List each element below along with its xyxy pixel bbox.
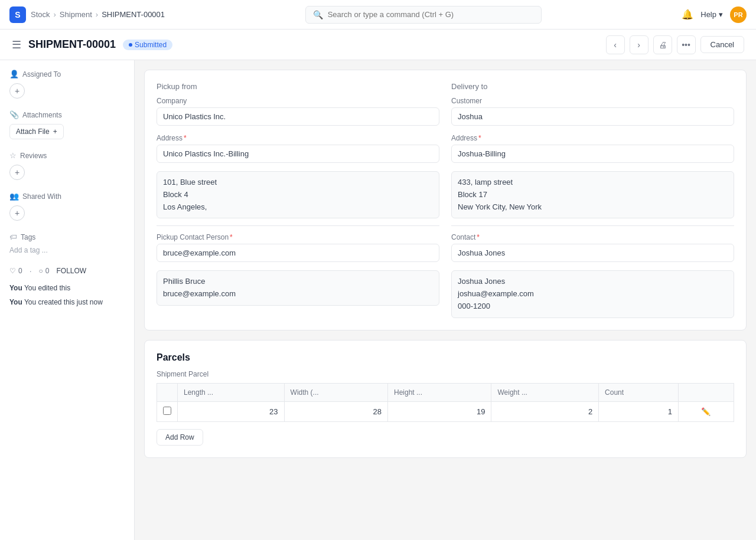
user-icon: 👤 — [9, 70, 19, 78]
delivery-address-detail: 433, lamp streetBlock 17New York City, N… — [451, 171, 734, 218]
shared-with-title: 👥 Shared With — [9, 192, 125, 201]
help-button[interactable]: Help ▾ — [700, 10, 723, 19]
attach-file-label: Attach File — [16, 127, 50, 136]
attachments-label: Attachments — [22, 111, 62, 119]
page-title: SHIPMENT-00001 — [28, 38, 116, 51]
pickup-contact-label: Pickup Contact Person * — [157, 233, 439, 241]
paperclip-icon: 📎 — [9, 110, 19, 119]
col-count: Count — [599, 383, 679, 401]
pickup-contact-detail: Phillis Brucebruce@example.com — [157, 270, 439, 306]
status-label: Submitted — [135, 41, 167, 49]
shared-with-section: 👥 Shared With + — [9, 192, 125, 221]
activity-item-2: You You created this just now — [9, 297, 125, 307]
cell-length: 23 — [178, 401, 285, 421]
tags-label: Tags — [21, 233, 35, 241]
delivery-contact-label: Contact * — [451, 233, 734, 241]
cell-height: 19 — [388, 401, 491, 421]
chevron-down-icon: ▾ — [719, 10, 723, 19]
assigned-to-section: 👤 Assigned To + — [9, 70, 125, 99]
comments-stat: ○ 0 — [39, 267, 50, 275]
layout: 👤 Assigned To + 📎 Attachments Attach Fil… — [0, 60, 756, 540]
stat-separator: · — [30, 266, 32, 276]
row-checkbox[interactable] — [163, 407, 171, 415]
add-shared-button[interactable]: + — [9, 205, 25, 221]
nav-left: S Stock › Shipment › SHIPMENT-00001 — [9, 6, 165, 23]
add-assigned-button[interactable]: + — [9, 83, 25, 99]
pickup-contact-input[interactable] — [157, 244, 439, 262]
header-left: ☰ SHIPMENT-00001 Submitted — [12, 38, 172, 51]
sep2: › — [96, 10, 98, 19]
attachments-title: 📎 Attachments — [9, 110, 125, 119]
notifications-button[interactable]: 🔔 — [682, 9, 693, 20]
likes-stat: ♡ 0 — [9, 267, 22, 275]
activity-section: You You edited this You You created this… — [9, 283, 125, 307]
hamburger-icon[interactable]: ☰ — [12, 38, 21, 51]
status-dot — [129, 43, 132, 47]
help-label: Help — [700, 10, 716, 19]
assigned-to-title: 👤 Assigned To — [9, 70, 125, 78]
search-icon: 🔍 — [313, 10, 323, 19]
main-content: Pickup from Company Address * — [135, 60, 756, 540]
parcels-title: Parcels — [157, 352, 734, 363]
activity-item-1: You You edited this — [9, 283, 125, 293]
delivery-company-input[interactable] — [451, 107, 734, 126]
col-height: Height ... — [388, 383, 491, 401]
edit-row-icon[interactable]: ✏️ — [701, 407, 711, 416]
cell-count: 1 — [599, 401, 679, 421]
cell-edit: ✏️ — [678, 401, 734, 421]
delivery-address-input[interactable] — [451, 145, 734, 163]
search-bar[interactable]: 🔍 — [305, 6, 542, 24]
heart-icon: ♡ — [9, 267, 16, 275]
add-row-button[interactable]: Add Row — [157, 429, 203, 446]
follow-button[interactable]: FOLLOW — [57, 267, 87, 275]
delivery-contact-input[interactable] — [451, 244, 734, 262]
delivery-address-label: Address * — [451, 134, 734, 142]
breadcrumb-current: SHIPMENT-00001 — [102, 10, 165, 19]
breadcrumb-stock[interactable]: Stock — [31, 10, 50, 19]
attach-file-button[interactable]: Attach File + — [9, 124, 64, 139]
pickup-company-field: Company — [157, 97, 439, 126]
header-right: ‹ › 🖨 ••• Cancel — [606, 35, 744, 54]
next-button[interactable]: › — [630, 35, 649, 54]
star-icon: ☆ — [9, 151, 17, 160]
search-input[interactable] — [328, 10, 534, 19]
delivery-section: Delivery to Customer Address * — [451, 82, 734, 318]
print-button[interactable]: 🖨 — [653, 35, 672, 54]
tag-hint[interactable]: Add a tag ... — [9, 246, 125, 254]
table-row: 23 28 19 2 1 ✏️ — [157, 401, 734, 421]
avatar[interactable]: PR — [730, 6, 747, 23]
shared-with-label: Shared With — [22, 192, 61, 201]
add-review-button[interactable]: + — [9, 165, 25, 180]
cell-width: 28 — [284, 401, 387, 421]
pickup-address-input[interactable] — [157, 145, 439, 163]
pickup-address-field: Address * — [157, 134, 439, 163]
parcels-card: Parcels Shipment Parcel Length ... Width… — [144, 340, 747, 458]
more-options-button[interactable]: ••• — [677, 35, 696, 54]
address-card-body: Pickup from Company Address * — [145, 70, 746, 330]
assigned-to-label: Assigned To — [22, 70, 61, 78]
cancel-button[interactable]: Cancel — [700, 36, 744, 53]
cell-weight: 2 — [491, 401, 599, 421]
pickup-address-detail: 101, Blue streetBlock 4Los Angeles, — [157, 171, 439, 218]
prev-button[interactable]: ‹ — [606, 35, 625, 54]
tags-section: 🏷 Tags Add a tag ... — [9, 233, 125, 254]
address-card: Pickup from Company Address * — [144, 70, 747, 330]
sidebar: 👤 Assigned To + 📎 Attachments Attach Fil… — [0, 60, 135, 540]
pickup-company-input[interactable] — [157, 107, 439, 126]
breadcrumb-shipment[interactable]: Shipment — [60, 10, 92, 19]
people-icon: 👥 — [9, 192, 19, 201]
col-actions — [678, 383, 734, 401]
comments-count: 0 — [45, 267, 50, 275]
nav-right: 🔔 Help ▾ PR — [682, 6, 747, 23]
likes-count: 0 — [18, 267, 22, 275]
app-icon[interactable]: S — [9, 6, 26, 23]
reviews-title: ☆ Reviews — [9, 151, 125, 160]
tags-title: 🏷 Tags — [9, 233, 125, 241]
required-indicator4: * — [477, 233, 480, 241]
parcels-subtitle: Shipment Parcel — [157, 370, 734, 378]
col-length: Length ... — [178, 383, 285, 401]
reviews-label: Reviews — [20, 152, 47, 160]
stats-row: ♡ 0 · ○ 0 FOLLOW — [9, 266, 125, 276]
pickup-address-label: Address * — [157, 134, 439, 142]
reviews-section: ☆ Reviews + — [9, 151, 125, 180]
